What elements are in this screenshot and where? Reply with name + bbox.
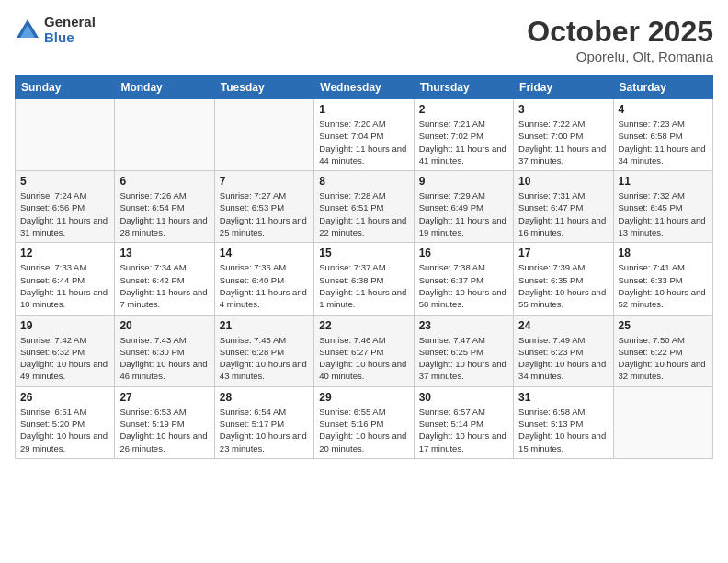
header-day: Tuesday [214,76,313,99]
day-number: 31 [518,391,608,404]
calendar-day-cell: 13Sunrise: 7:34 AMSunset: 6:42 PMDayligh… [115,243,214,315]
day-info: Sunrise: 7:29 AMSunset: 6:49 PMDaylight:… [419,190,508,238]
day-number: 24 [518,319,608,332]
calendar-day-cell [613,386,712,458]
header-row: SundayMondayTuesdayWednesdayThursdayFrid… [16,76,713,99]
calendar-day-cell: 24Sunrise: 7:49 AMSunset: 6:23 PMDayligh… [514,315,613,386]
day-info: Sunrise: 7:31 AMSunset: 6:47 PMDaylight:… [518,190,608,238]
calendar-day-cell: 17Sunrise: 7:39 AMSunset: 6:35 PMDayligh… [514,243,613,315]
day-info: Sunrise: 7:50 AMSunset: 6:22 PMDaylight:… [619,334,708,383]
day-number: 9 [419,175,508,188]
calendar-day-cell: 23Sunrise: 7:47 AMSunset: 6:25 PMDayligh… [414,315,513,386]
calendar-week-row: 1Sunrise: 7:20 AMSunset: 7:04 PMDaylight… [16,99,713,171]
day-info: Sunrise: 7:45 AMSunset: 6:28 PMDaylight:… [220,334,309,383]
day-number: 16 [419,247,508,259]
calendar-day-cell: 30Sunrise: 6:57 AMSunset: 5:14 PMDayligh… [414,386,513,458]
calendar-day-cell: 3Sunrise: 7:22 AMSunset: 7:00 PMDaylight… [514,99,613,171]
header-day: Wednesday [314,76,414,99]
day-number: 10 [518,175,608,188]
calendar-day-cell [115,99,214,171]
day-info: Sunrise: 7:20 AMSunset: 7:04 PMDaylight:… [319,118,408,167]
day-info: Sunrise: 7:41 AMSunset: 6:33 PMDaylight:… [619,261,708,310]
day-info: Sunrise: 7:23 AMSunset: 6:58 PMDaylight:… [619,118,708,167]
logo: General Blue [15,15,96,45]
calendar-day-cell: 21Sunrise: 7:45 AMSunset: 6:28 PMDayligh… [214,315,313,386]
day-info: Sunrise: 7:21 AMSunset: 7:02 PMDaylight:… [419,118,508,167]
day-number: 13 [119,247,209,259]
calendar-day-cell: 15Sunrise: 7:37 AMSunset: 6:38 PMDayligh… [314,243,414,315]
day-number: 23 [419,319,508,332]
day-number: 6 [119,175,209,188]
header-day: Friday [514,76,613,99]
day-number: 26 [20,391,109,404]
day-info: Sunrise: 7:28 AMSunset: 6:51 PMDaylight:… [319,190,408,238]
day-info: Sunrise: 6:55 AMSunset: 5:16 PMDaylight:… [319,406,408,454]
calendar-day-cell: 20Sunrise: 7:43 AMSunset: 6:30 PMDayligh… [115,315,214,386]
calendar-table: SundayMondayTuesdayWednesdayThursdayFrid… [15,75,713,459]
calendar-subtitle: Oporelu, Olt, Romania [527,49,713,64]
calendar-day-cell: 14Sunrise: 7:36 AMSunset: 6:40 PMDayligh… [214,243,313,315]
calendar-day-cell: 22Sunrise: 7:46 AMSunset: 6:27 PMDayligh… [314,315,414,386]
header-day: Sunday [16,76,115,99]
day-number: 5 [20,175,109,188]
calendar-day-cell: 28Sunrise: 6:54 AMSunset: 5:17 PMDayligh… [214,386,313,458]
day-number: 12 [20,247,109,259]
calendar-day-cell: 8Sunrise: 7:28 AMSunset: 6:51 PMDaylight… [314,171,414,243]
day-info: Sunrise: 7:26 AMSunset: 6:54 PMDaylight:… [119,190,209,238]
calendar-body: 1Sunrise: 7:20 AMSunset: 7:04 PMDaylight… [16,99,713,459]
day-info: Sunrise: 6:51 AMSunset: 5:20 PMDaylight:… [20,406,109,454]
calendar-title: October 2025 [527,15,713,49]
calendar-day-cell: 27Sunrise: 6:53 AMSunset: 5:19 PMDayligh… [115,386,214,458]
day-info: Sunrise: 7:27 AMSunset: 6:53 PMDaylight:… [220,190,309,238]
day-info: Sunrise: 7:32 AMSunset: 6:45 PMDaylight:… [619,190,708,238]
page-header: General Blue October 2025 Oporelu, Olt, … [15,15,713,64]
day-number: 30 [419,391,508,404]
calendar-day-cell: 7Sunrise: 7:27 AMSunset: 6:53 PMDaylight… [214,171,313,243]
header-day: Saturday [613,76,712,99]
day-number: 4 [619,103,708,116]
day-number: 25 [619,319,708,332]
day-number: 11 [619,175,708,188]
day-info: Sunrise: 7:49 AMSunset: 6:23 PMDaylight:… [518,334,608,383]
day-number: 2 [419,103,508,116]
day-number: 14 [220,247,309,259]
calendar-day-cell: 16Sunrise: 7:38 AMSunset: 6:37 PMDayligh… [414,243,513,315]
day-info: Sunrise: 6:58 AMSunset: 5:13 PMDaylight:… [518,406,608,454]
day-number: 20 [119,319,209,332]
day-number: 18 [619,247,708,259]
day-number: 17 [518,247,608,259]
calendar-day-cell: 18Sunrise: 7:41 AMSunset: 6:33 PMDayligh… [613,243,712,315]
day-info: Sunrise: 6:53 AMSunset: 5:19 PMDaylight:… [119,406,209,454]
day-number: 3 [518,103,608,116]
calendar-day-cell: 31Sunrise: 6:58 AMSunset: 5:13 PMDayligh… [514,386,613,458]
calendar-day-cell: 6Sunrise: 7:26 AMSunset: 6:54 PMDaylight… [115,171,214,243]
day-info: Sunrise: 7:42 AMSunset: 6:32 PMDaylight:… [20,334,109,383]
day-number: 19 [20,319,109,332]
calendar-day-cell: 2Sunrise: 7:21 AMSunset: 7:02 PMDaylight… [414,99,513,171]
calendar-day-cell: 4Sunrise: 7:23 AMSunset: 6:58 PMDaylight… [613,99,712,171]
calendar-day-cell: 25Sunrise: 7:50 AMSunset: 6:22 PMDayligh… [613,315,712,386]
calendar-header: SundayMondayTuesdayWednesdayThursdayFrid… [16,76,713,99]
day-info: Sunrise: 7:24 AMSunset: 6:56 PMDaylight:… [20,190,109,238]
calendar-day-cell: 29Sunrise: 6:55 AMSunset: 5:16 PMDayligh… [314,386,414,458]
day-info: Sunrise: 7:46 AMSunset: 6:27 PMDaylight:… [319,334,408,383]
day-info: Sunrise: 7:38 AMSunset: 6:37 PMDaylight:… [419,261,508,310]
calendar-day-cell: 11Sunrise: 7:32 AMSunset: 6:45 PMDayligh… [613,171,712,243]
calendar-week-row: 19Sunrise: 7:42 AMSunset: 6:32 PMDayligh… [16,315,713,386]
day-number: 15 [319,247,408,259]
calendar-day-cell: 5Sunrise: 7:24 AMSunset: 6:56 PMDaylight… [16,171,115,243]
header-day: Thursday [414,76,513,99]
calendar-day-cell [214,99,313,171]
calendar-day-cell: 12Sunrise: 7:33 AMSunset: 6:44 PMDayligh… [16,243,115,315]
day-info: Sunrise: 7:47 AMSunset: 6:25 PMDaylight:… [419,334,508,383]
day-info: Sunrise: 7:43 AMSunset: 6:30 PMDaylight:… [119,334,209,383]
day-number: 8 [319,175,408,188]
day-info: Sunrise: 7:39 AMSunset: 6:35 PMDaylight:… [518,261,608,310]
day-info: Sunrise: 7:33 AMSunset: 6:44 PMDaylight:… [20,261,109,310]
day-number: 7 [220,175,309,188]
day-number: 22 [319,319,408,332]
day-number: 1 [319,103,408,116]
logo-general-text: General [44,15,96,30]
day-info: Sunrise: 6:57 AMSunset: 5:14 PMDaylight:… [419,406,508,454]
day-info: Sunrise: 7:34 AMSunset: 6:42 PMDaylight:… [119,261,209,310]
